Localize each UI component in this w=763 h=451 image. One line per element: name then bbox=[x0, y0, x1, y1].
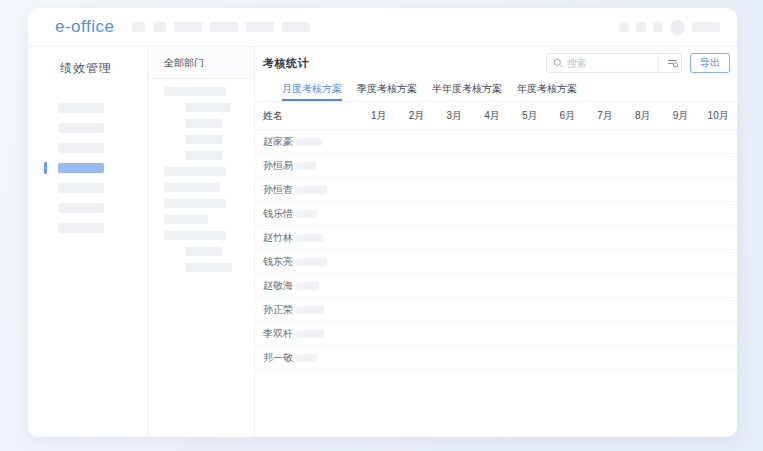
month-cell bbox=[398, 250, 436, 273]
nav-item-placeholder[interactable] bbox=[210, 22, 238, 32]
menu-item-placeholder bbox=[58, 203, 104, 213]
month-cell bbox=[549, 322, 587, 345]
name-cell: 赵敬海 bbox=[263, 279, 360, 293]
month-cell bbox=[586, 250, 624, 273]
table-row[interactable]: 孙正荣 bbox=[255, 298, 737, 322]
employee-name: 孙正荣 bbox=[263, 303, 293, 317]
month-cell bbox=[549, 154, 587, 177]
tab[interactable]: 季度考核方案 bbox=[357, 79, 417, 101]
department-item-placeholder[interactable] bbox=[164, 215, 208, 224]
department-item-placeholder[interactable] bbox=[185, 135, 223, 144]
month-cell bbox=[662, 274, 700, 297]
column-header-month: 1月 bbox=[360, 109, 398, 123]
department-item-placeholder[interactable] bbox=[185, 119, 222, 128]
month-cell bbox=[624, 226, 662, 249]
app-window: e-office 绩效管理 全部部门 考核统计 bbox=[28, 8, 737, 437]
sidebar-menu-item[interactable] bbox=[58, 143, 147, 153]
department-item-placeholder[interactable] bbox=[185, 151, 223, 160]
page-title: 考核统计 bbox=[263, 56, 309, 71]
month-cell bbox=[662, 202, 700, 225]
month-cell bbox=[511, 226, 549, 249]
sidebar-menu-item[interactable] bbox=[58, 203, 147, 213]
month-cell bbox=[586, 322, 624, 345]
nav-item-placeholder[interactable] bbox=[153, 22, 166, 32]
month-cell bbox=[511, 178, 549, 201]
tab[interactable]: 月度考核方案 bbox=[282, 79, 342, 101]
table-row[interactable]: 赵家豪 bbox=[255, 130, 737, 154]
topbar-icon-placeholder[interactable] bbox=[636, 22, 646, 32]
nav-item-placeholder[interactable] bbox=[174, 22, 202, 32]
month-cell bbox=[398, 202, 436, 225]
table-row[interactable]: 赵竹林 bbox=[255, 226, 737, 250]
department-item-placeholder[interactable] bbox=[164, 231, 226, 240]
search-box bbox=[546, 53, 682, 73]
value-placeholder bbox=[296, 330, 324, 338]
name-cell: 赵家豪 bbox=[263, 135, 360, 149]
month-cell bbox=[398, 226, 436, 249]
month-cell bbox=[435, 154, 473, 177]
department-item-placeholder[interactable] bbox=[185, 263, 232, 272]
department-item-placeholder[interactable] bbox=[185, 247, 222, 256]
column-header-month: 10月 bbox=[699, 109, 737, 123]
tab[interactable]: 年度考核方案 bbox=[517, 79, 577, 101]
month-cell bbox=[699, 346, 737, 369]
month-cell bbox=[662, 130, 700, 153]
month-cell bbox=[624, 130, 662, 153]
month-cell bbox=[549, 130, 587, 153]
table-row[interactable]: 邦一敬 bbox=[255, 346, 737, 370]
month-cell bbox=[398, 154, 436, 177]
department-item-placeholder[interactable] bbox=[185, 103, 231, 112]
department-panel-title: 全部部门 bbox=[148, 47, 254, 79]
month-cell bbox=[549, 298, 587, 321]
employee-name: 孙恒杳 bbox=[263, 183, 293, 197]
sidebar-menu-item[interactable] bbox=[58, 183, 147, 193]
sidebar-menu bbox=[28, 103, 147, 233]
value-placeholder bbox=[296, 258, 327, 266]
advanced-filter-icon[interactable] bbox=[658, 54, 681, 72]
topbar-icon-placeholder[interactable] bbox=[653, 22, 663, 32]
month-cell bbox=[435, 130, 473, 153]
month-cell bbox=[549, 178, 587, 201]
table-row[interactable]: 钱乐惜 bbox=[255, 202, 737, 226]
department-item-placeholder[interactable] bbox=[164, 87, 226, 96]
table-header-row: 姓名 1月2月3月4月5月6月7月8月9月10月 bbox=[255, 102, 737, 130]
nav-item-placeholder[interactable] bbox=[282, 22, 310, 32]
department-item-placeholder[interactable] bbox=[164, 167, 226, 176]
month-cell bbox=[699, 202, 737, 225]
department-item-placeholder[interactable] bbox=[164, 199, 226, 208]
month-cell bbox=[624, 322, 662, 345]
month-cell bbox=[662, 154, 700, 177]
month-cell bbox=[586, 202, 624, 225]
sidebar-menu-item[interactable] bbox=[58, 123, 147, 133]
sidebar-menu-item[interactable] bbox=[58, 223, 147, 233]
sidebar-menu-item[interactable] bbox=[58, 163, 147, 173]
month-cell bbox=[662, 250, 700, 273]
month-cell bbox=[473, 322, 511, 345]
sidebar-menu-item[interactable] bbox=[58, 103, 147, 113]
username-placeholder[interactable] bbox=[692, 22, 720, 32]
app-body: 绩效管理 全部部门 考核统计 bbox=[28, 47, 737, 437]
topbar-icon-placeholder[interactable] bbox=[619, 22, 629, 32]
month-cell bbox=[360, 250, 398, 273]
month-cell bbox=[699, 274, 737, 297]
nav-item-placeholder[interactable] bbox=[132, 22, 145, 32]
table-row[interactable]: 赵敬海 bbox=[255, 274, 737, 298]
table-row[interactable]: 孙恒杳 bbox=[255, 178, 737, 202]
table-row[interactable]: 孙恒易 bbox=[255, 154, 737, 178]
avatar[interactable] bbox=[670, 20, 685, 35]
column-header-month: 2月 bbox=[398, 109, 436, 123]
month-cell bbox=[624, 298, 662, 321]
department-panel: 全部部门 bbox=[148, 47, 255, 437]
tab[interactable]: 半年度考核方案 bbox=[432, 79, 502, 101]
month-cell bbox=[549, 202, 587, 225]
table-row[interactable]: 钱东亮 bbox=[255, 250, 737, 274]
column-header-month: 9月 bbox=[662, 109, 700, 123]
export-button[interactable]: 导出 bbox=[690, 53, 730, 73]
month-cell bbox=[586, 298, 624, 321]
search-input[interactable] bbox=[563, 58, 658, 69]
month-cell bbox=[473, 130, 511, 153]
nav-item-placeholder[interactable] bbox=[246, 22, 274, 32]
department-item-placeholder[interactable] bbox=[164, 183, 220, 192]
employee-name: 钱东亮 bbox=[263, 255, 293, 269]
table-row[interactable]: 李双杆 bbox=[255, 322, 737, 346]
